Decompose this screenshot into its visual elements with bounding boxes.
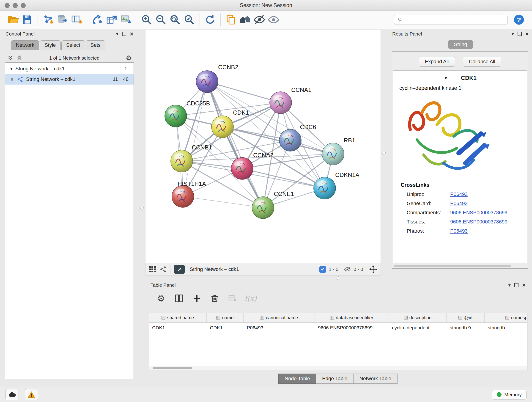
maximize-window-button[interactable] (21, 3, 26, 8)
results-scrollbar[interactable] (394, 265, 511, 267)
window-controls[interactable] (5, 3, 26, 8)
float-panel-icon[interactable] (122, 32, 126, 36)
network-canvas-area[interactable]: CCNB2CCNA1CDC25BCDK1CDC6RB1CCNB1CCNA2CDK… (145, 30, 381, 263)
hidden-eye-icon[interactable] (344, 266, 351, 272)
network-edge[interactable] (183, 82, 207, 196)
collapse-section-icon[interactable]: ▼ (443, 75, 448, 81)
toolbar-search-box[interactable] (394, 15, 508, 25)
tree-expand-icon[interactable]: ▼ (7, 66, 15, 71)
zoom-in-icon[interactable] (139, 13, 154, 27)
crosslink-value-link[interactable]: 9606.ENSP00000378699 (450, 210, 507, 216)
show-columns-icon[interactable] (173, 293, 185, 304)
close-window-button[interactable] (5, 3, 10, 8)
crosslink-value-link[interactable]: P06493 (450, 201, 468, 206)
network-node[interactable] (270, 92, 292, 114)
tab-edge-table[interactable]: Edge Table (316, 374, 354, 384)
cloud-status-button[interactable] (6, 389, 19, 400)
memory-button[interactable]: Memory (492, 390, 526, 400)
network-node[interactable] (279, 129, 301, 151)
network-node[interactable] (252, 197, 274, 219)
network-edge[interactable] (207, 82, 263, 208)
home-neighbors-icon[interactable] (238, 13, 252, 27)
splitter-handle[interactable] (140, 206, 144, 210)
share-network-icon[interactable] (160, 266, 167, 273)
table-cell[interactable]: stringdb:9... (447, 323, 485, 333)
network-node[interactable] (171, 150, 193, 172)
delete-column-icon[interactable] (209, 293, 221, 304)
network-node[interactable] (211, 116, 234, 138)
network-canvas[interactable]: CCNB2CCNA1CDC25BCDK1CDC6RB1CCNB1CCNA2CDK… (146, 30, 380, 263)
gear-icon[interactable]: ⚙ (126, 55, 132, 61)
import-network-database-icon[interactable] (55, 13, 70, 27)
table-cell[interactable]: P06493 (244, 323, 315, 333)
column-header[interactable]: description (389, 313, 447, 322)
import-table-icon[interactable] (70, 13, 84, 27)
network-from-selection-icon[interactable] (90, 13, 104, 27)
minimize-window-button[interactable] (13, 3, 18, 8)
network-node[interactable] (172, 185, 194, 207)
tab-network-table[interactable]: Network Table (353, 374, 398, 384)
collapse-all-button[interactable]: Collapse All (463, 57, 501, 67)
tab-style[interactable]: Style (40, 40, 61, 50)
column-header[interactable]: canonical name (244, 313, 315, 322)
add-column-icon[interactable] (191, 293, 203, 304)
collapse-all-icon[interactable] (7, 55, 14, 61)
warnings-button[interactable] (25, 389, 38, 400)
tab-network[interactable]: Network (11, 40, 39, 50)
network-node[interactable] (165, 105, 187, 127)
birdseye-view-icon[interactable] (149, 266, 156, 273)
network-edge[interactable] (183, 196, 263, 208)
float-panel-icon[interactable] (514, 283, 519, 287)
export-image-icon[interactable] (119, 13, 133, 27)
tab-select[interactable]: Select (61, 40, 85, 50)
splitter-handle[interactable] (382, 151, 386, 154)
copy-document-icon[interactable] (224, 13, 238, 27)
column-header[interactable]: @id (447, 313, 485, 322)
zoom-out-icon[interactable] (154, 13, 168, 27)
column-header[interactable]: namespac (485, 313, 527, 322)
tab-sets[interactable]: Sets (86, 40, 105, 50)
close-panel-icon[interactable]: × (130, 31, 133, 37)
search-input[interactable] (405, 17, 504, 23)
splitter-handle[interactable] (336, 276, 340, 280)
zoom-fit-icon[interactable] (168, 13, 182, 27)
panel-menu-icon[interactable]: ▾ (508, 283, 511, 287)
expand-all-icon[interactable] (16, 55, 23, 61)
table-horizontal-scrollbar[interactable] (149, 366, 527, 370)
table-settings-gear-icon[interactable]: ⚙ (155, 293, 167, 304)
zoom-selected-icon[interactable] (182, 13, 196, 27)
table-cell[interactable]: stringdb (485, 323, 527, 333)
network-node[interactable] (231, 157, 253, 179)
clone-network-icon[interactable] (104, 13, 119, 27)
tab-node-table[interactable]: Node Table (278, 374, 316, 384)
import-network-file-icon[interactable] (41, 13, 55, 27)
panel-menu-icon[interactable]: ▾ (512, 32, 514, 36)
network-row[interactable]: String Network – cdk1 11 48 (5, 74, 133, 85)
table-cell[interactable]: 9606.ENSP00000378699 (315, 323, 389, 333)
network-collection-row[interactable]: ▼ String Network – cdk1 1 (5, 64, 133, 74)
pan-crosshair-icon[interactable] (369, 265, 377, 274)
column-header[interactable]: database identifier (315, 313, 389, 322)
refresh-icon[interactable] (203, 13, 217, 27)
close-panel-icon[interactable]: × (525, 31, 529, 37)
show-all-icon[interactable] (266, 13, 281, 27)
open-session-icon[interactable] (6, 13, 20, 27)
table-cell[interactable]: CDK1 (149, 323, 207, 333)
selected-checkbox-icon[interactable] (319, 266, 326, 273)
crosslink-value-link[interactable]: P06493 (450, 191, 468, 197)
table-cell[interactable]: CDK1 (207, 323, 244, 333)
open-in-window-button[interactable]: ↗ (174, 265, 185, 274)
column-header[interactable]: shared name (149, 313, 207, 322)
tab-string[interactable]: String (448, 40, 472, 49)
hide-selected-icon[interactable] (252, 13, 266, 27)
save-session-icon[interactable] (20, 13, 34, 27)
panel-menu-icon[interactable]: ▾ (116, 32, 119, 36)
network-node[interactable] (196, 70, 218, 93)
float-panel-icon[interactable] (518, 32, 522, 36)
network-node[interactable] (314, 177, 336, 199)
scrollbar-thumb[interactable] (152, 367, 192, 369)
network-node[interactable] (322, 143, 344, 165)
crosslink-value-link[interactable]: P06493 (450, 228, 468, 234)
table-cell[interactable]: cyclin–dependent ... (389, 323, 447, 333)
close-panel-icon[interactable]: × (522, 282, 526, 288)
